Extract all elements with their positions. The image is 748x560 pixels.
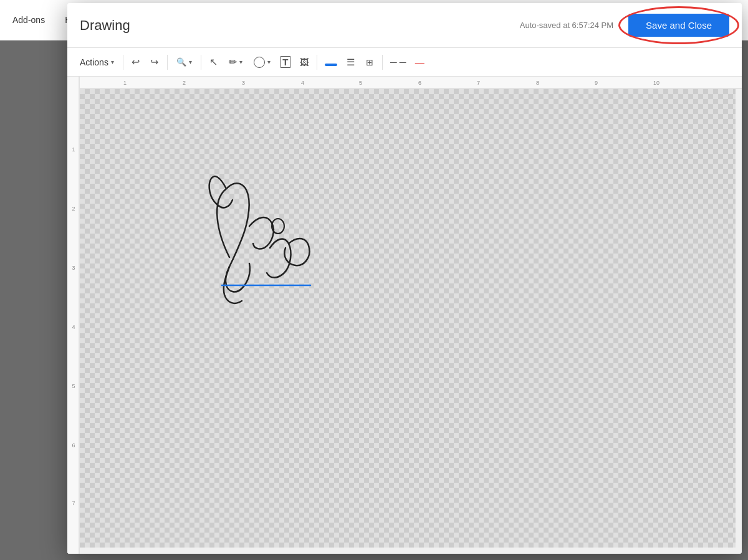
autosave-text: Auto-saved at 6:57:24 PM	[520, 21, 613, 30]
svg-text:6: 6	[72, 442, 75, 448]
canvas-area[interactable]: 1 2 3 4 5 6 7 8 9 10 1 2 3 4 5 6	[67, 77, 742, 554]
ruler-left-svg: 1 2 3 4 5 6 7	[67, 77, 80, 554]
svg-text:7: 7	[477, 80, 480, 86]
svg-text:3: 3	[72, 265, 75, 271]
ruler-left: 1 2 3 4 5 6 7	[67, 77, 80, 554]
svg-text:4: 4	[301, 80, 304, 86]
svg-text:10: 10	[653, 80, 659, 86]
paper-area[interactable]	[80, 89, 742, 554]
svg-text:6: 6	[418, 80, 421, 86]
toolbar-sep-1	[123, 55, 123, 70]
dialog-header: Drawing Auto-saved at 6:57:24 PM Save an…	[67, 3, 742, 48]
svg-text:9: 9	[595, 80, 598, 86]
svg-text:7: 7	[72, 500, 75, 506]
align-button[interactable]: ☰	[342, 52, 360, 72]
undo-icon: ↩	[132, 56, 140, 68]
ruler-top: 1 2 3 4 5 6 7 8 9 10	[67, 77, 742, 89]
ruler-top-svg: 1 2 3 4 5 6 7 8 9 10	[67, 77, 742, 89]
save-close-wrapper: Save and Close	[628, 14, 729, 37]
zoom-button[interactable]: 🔍 ▾	[171, 52, 197, 72]
toolbar-sep-2	[167, 55, 168, 70]
textbox-button[interactable]: T	[277, 52, 294, 72]
zoom-chevron-icon: ▾	[189, 59, 192, 65]
zoom-icon: 🔍	[176, 57, 186, 67]
actions-menu-button[interactable]: Actions ▾	[75, 52, 119, 72]
redo-icon: ↪	[150, 56, 158, 68]
svg-text:4: 4	[72, 324, 75, 330]
toolbar-sep-3	[201, 55, 201, 70]
arrange-button[interactable]: ⊞	[361, 52, 378, 72]
drawing-toolbar: Actions ▾ ↩ ↪ 🔍 ▾ ↖ ✏ ▾	[67, 48, 742, 77]
drawing-canvas[interactable]	[80, 89, 736, 548]
drawing-dialog: Drawing Auto-saved at 6:57:24 PM Save an…	[67, 3, 742, 554]
shapes-icon	[254, 57, 265, 68]
undo-button[interactable]: ↩	[127, 52, 145, 72]
dash-icon: ─ ─	[390, 57, 406, 67]
svg-text:5: 5	[359, 80, 362, 86]
dash-style-button[interactable]: ─ ─	[386, 52, 410, 72]
line-color-icon	[325, 64, 337, 66]
select-button[interactable]: ↖	[205, 52, 223, 72]
svg-rect-0	[67, 77, 742, 89]
draw-icon: ✏	[229, 56, 237, 68]
image-icon: 🖼	[300, 57, 309, 67]
line-color-button[interactable]	[321, 52, 341, 72]
signature-drawing	[180, 151, 354, 326]
actions-label: Actions	[80, 57, 108, 67]
svg-text:2: 2	[72, 206, 75, 212]
shapes-chevron-icon: ▾	[267, 59, 271, 65]
textbox-icon: T	[280, 56, 290, 68]
shapes-button[interactable]: ▾	[249, 52, 276, 72]
svg-text:3: 3	[242, 80, 245, 86]
toolbar-sep-5	[382, 55, 383, 70]
svg-text:1: 1	[123, 80, 127, 86]
svg-text:1: 1	[72, 146, 75, 153]
line-weight-button[interactable]: —	[411, 52, 428, 72]
select-icon: ↖	[209, 56, 218, 68]
draw-chevron-icon: ▾	[239, 59, 242, 65]
save-and-close-button[interactable]: Save and Close	[628, 14, 729, 37]
actions-chevron-icon: ▾	[111, 59, 114, 65]
dialog-title: Drawing	[80, 17, 520, 34]
svg-text:2: 2	[183, 80, 186, 86]
addons-menu[interactable]: Add-ons	[7, 12, 50, 27]
redo-button[interactable]: ↪	[146, 52, 163, 72]
svg-text:8: 8	[536, 80, 539, 86]
arrange-icon: ⊞	[366, 57, 373, 67]
line-weight-icon: —	[415, 57, 424, 67]
draw-button[interactable]: ✏ ▾	[224, 52, 247, 72]
toolbar-sep-4	[317, 55, 317, 70]
image-button[interactable]: 🖼	[295, 52, 313, 72]
align-icon: ☰	[347, 57, 355, 68]
svg-text:5: 5	[72, 383, 75, 389]
